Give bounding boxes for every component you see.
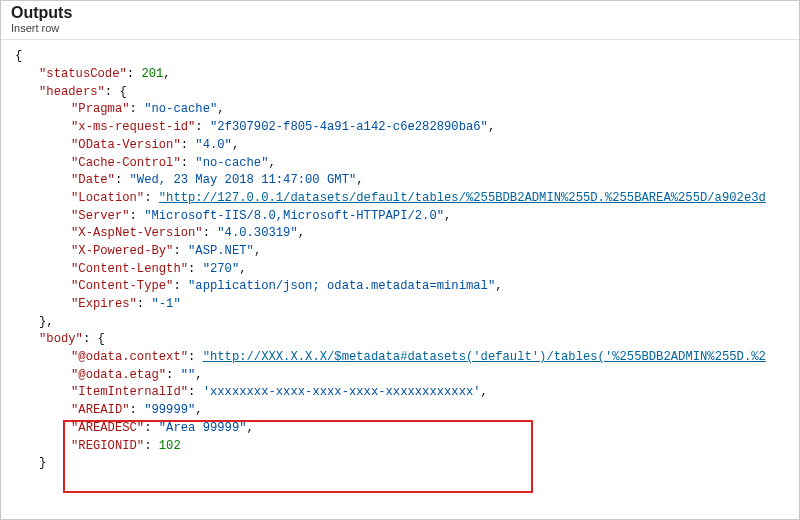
val-date: "Wed, 23 May 2018 11:47:00 GMT": [130, 173, 357, 187]
val-xpowered: "ASP.NET": [188, 244, 254, 258]
key-regionid: "REGIONID": [71, 439, 144, 453]
key-statuscode: "statusCode": [39, 67, 127, 81]
key-pragma: "Pragma": [71, 102, 130, 116]
key-odataetag: "@odata.etag": [71, 368, 166, 382]
val-areaid: "99999": [144, 403, 195, 417]
key-aspnet: "X-AspNet-Version": [71, 226, 203, 240]
val-statuscode: 201: [141, 67, 163, 81]
key-clen: "Content-Length": [71, 262, 188, 276]
key-xpowered: "X-Powered-By": [71, 244, 173, 258]
panel-title: Outputs: [11, 3, 789, 22]
val-odatacontext[interactable]: "http://XXX.X.X.X/$metadata#datasets('de…: [203, 350, 766, 364]
outputs-panel: Outputs Insert row { "statusCode": 201,"…: [0, 0, 800, 520]
key-body: "body": [39, 332, 83, 346]
val-iteminternalid: 'xxxxxxxx-xxxx-xxxx-xxxx-xxxxxxxxxxxx': [203, 385, 481, 399]
panel-subtitle: Insert row: [11, 22, 789, 35]
val-odataetag: "": [181, 368, 196, 382]
key-date: "Date": [71, 173, 115, 187]
val-aspnet: "4.0.30319": [217, 226, 297, 240]
key-areaid: "AREAID": [71, 403, 130, 417]
val-clen: "270": [203, 262, 240, 276]
val-expires: "-1": [151, 297, 180, 311]
val-areadesc: "Area 99999": [159, 421, 247, 435]
key-iteminternalid: "ItemInternalId": [71, 385, 188, 399]
key-areadesc: "AREADESC": [71, 421, 144, 435]
val-regionid: 102: [159, 439, 181, 453]
key-ctype: "Content-Type": [71, 279, 173, 293]
key-server: "Server": [71, 209, 130, 223]
val-server: "Microsoft-IIS/8.0,Microsoft-HTTPAPI/2.0…: [144, 209, 444, 223]
key-odataver: "OData-Version": [71, 138, 181, 152]
val-location[interactable]: "http://127.0.0.1/datasets/default/table…: [159, 191, 766, 205]
key-odatacontext: "@odata.context": [71, 350, 188, 364]
json-output[interactable]: { "statusCode": 201,"headers": {"Pragma"…: [1, 40, 799, 519]
val-xmsreq: "2f307902-f805-4a91-a142-c6e282890ba6": [210, 120, 488, 134]
key-cachectrl: "Cache-Control": [71, 156, 181, 170]
key-xmsreq: "x-ms-request-id": [71, 120, 195, 134]
val-odataver: "4.0": [195, 138, 232, 152]
key-headers: "headers": [39, 85, 105, 99]
key-expires: "Expires": [71, 297, 137, 311]
val-cachectrl: "no-cache": [195, 156, 268, 170]
key-location: "Location": [71, 191, 144, 205]
val-pragma: "no-cache": [144, 102, 217, 116]
val-ctype: "application/json; odata.metadata=minima…: [188, 279, 495, 293]
panel-header: Outputs Insert row: [1, 1, 799, 40]
